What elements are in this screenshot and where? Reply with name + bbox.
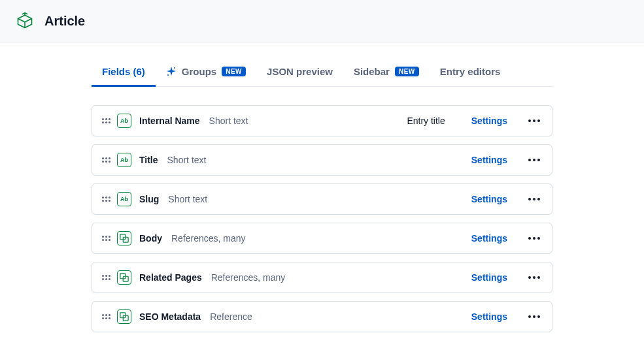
- field-type: Short text: [209, 116, 248, 126]
- content-area: Fields (6)GroupsNEWJSON previewSidebarNE…: [0, 42, 644, 332]
- tab-label: Groups: [182, 66, 216, 77]
- tab-label: Sidebar: [354, 66, 390, 77]
- reference-field-icon: [117, 231, 131, 245]
- page-title: Article: [44, 14, 85, 29]
- tabs-nav: Fields (6)GroupsNEWJSON previewSidebarNE…: [92, 42, 552, 87]
- tab-fields-6[interactable]: Fields (6): [92, 59, 156, 86]
- field-type: References, many: [171, 233, 246, 244]
- field-name: Internal Name: [139, 116, 200, 126]
- drag-handle-icon[interactable]: [101, 273, 110, 282]
- settings-button[interactable]: Settings: [471, 272, 507, 283]
- settings-button[interactable]: Settings: [471, 155, 507, 165]
- tab-label: Fields (6): [102, 66, 145, 77]
- drag-handle-icon[interactable]: [101, 116, 110, 125]
- drag-handle-icon[interactable]: [101, 195, 110, 204]
- more-actions-icon[interactable]: [526, 274, 543, 281]
- field-row: AbTitleShort textSettings: [92, 144, 552, 176]
- settings-button[interactable]: Settings: [471, 311, 507, 322]
- drag-handle-icon[interactable]: [101, 234, 110, 243]
- tab-sidebar[interactable]: SidebarNEW: [343, 59, 430, 86]
- more-actions-icon[interactable]: [526, 234, 543, 242]
- settings-button[interactable]: Settings: [471, 233, 507, 244]
- tab-groups[interactable]: GroupsNEW: [156, 59, 256, 86]
- field-name: Title: [139, 155, 158, 165]
- field-row: BodyReferences, manySettings: [92, 223, 552, 254]
- tab-label: JSON preview: [267, 66, 333, 77]
- settings-button[interactable]: Settings: [471, 116, 507, 126]
- fields-list: AbInternal NameShort textEntry titleSett…: [92, 87, 552, 332]
- more-actions-icon[interactable]: [526, 156, 543, 164]
- text-field-icon: Ab: [117, 114, 131, 128]
- more-actions-icon[interactable]: [526, 195, 543, 203]
- field-name: Related Pages: [139, 272, 202, 283]
- field-name: Body: [139, 233, 162, 244]
- reference-field-icon: [117, 309, 131, 324]
- reference-field-icon: [117, 270, 131, 285]
- svg-point-1: [167, 74, 169, 76]
- field-name: Slug: [139, 194, 159, 204]
- more-actions-icon[interactable]: [526, 117, 543, 125]
- field-type: Short text: [168, 194, 207, 204]
- more-actions-icon[interactable]: [526, 313, 543, 321]
- new-badge: NEW: [222, 67, 246, 76]
- sparkle-icon: [166, 67, 177, 77]
- field-meta: Entry title: [407, 116, 445, 126]
- text-field-icon: Ab: [117, 153, 131, 167]
- settings-button[interactable]: Settings: [471, 194, 507, 204]
- field-row: Related PagesReferences, manySettings: [92, 262, 552, 293]
- field-row: SEO MetadataReferenceSettings: [92, 301, 552, 332]
- field-name: SEO Metadata: [139, 311, 201, 322]
- content-type-icon: [16, 12, 34, 30]
- field-type: References, many: [211, 272, 286, 283]
- tab-entry-editors[interactable]: Entry editors: [430, 59, 511, 86]
- drag-handle-icon[interactable]: [101, 312, 110, 321]
- svg-point-0: [174, 67, 175, 69]
- field-type: Reference: [210, 311, 252, 322]
- tab-label: Entry editors: [440, 66, 501, 77]
- drag-handle-icon[interactable]: [101, 155, 110, 165]
- tab-json-preview[interactable]: JSON preview: [256, 59, 343, 86]
- field-type: Short text: [167, 155, 207, 165]
- page-header: Article: [0, 0, 644, 42]
- text-field-icon: Ab: [117, 192, 131, 206]
- new-badge: NEW: [395, 67, 419, 76]
- field-row: AbSlugShort textSettings: [92, 183, 552, 215]
- field-row: AbInternal NameShort textEntry titleSett…: [92, 105, 552, 136]
